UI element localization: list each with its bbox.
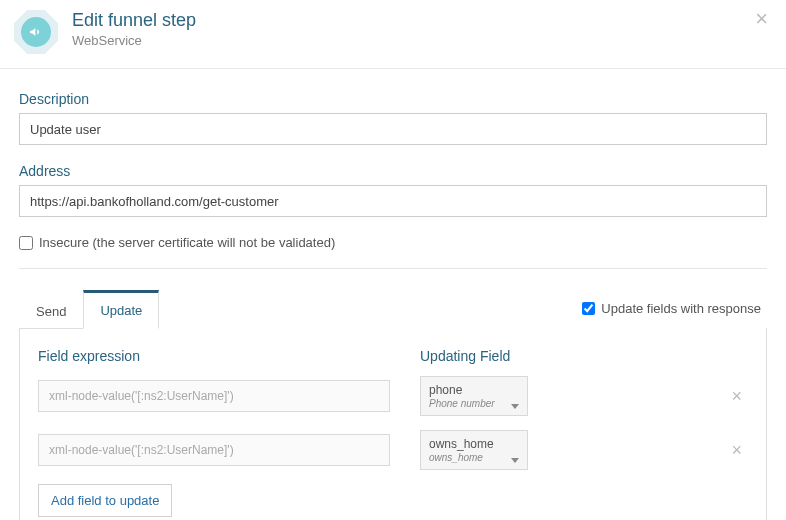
update-response-label: Update fields with response [601, 301, 761, 316]
description-group: Description [19, 91, 767, 145]
field-expression-input[interactable] [38, 434, 390, 466]
header-icon-badge [14, 10, 58, 54]
modal-content: Description Address Insecure (the server… [0, 69, 786, 520]
tabs-row: Send Update Update fields with response [19, 269, 767, 328]
close-icon[interactable]: × [755, 8, 768, 30]
insecure-row: Insecure (the server certificate will no… [19, 235, 767, 250]
add-field-button[interactable]: Add field to update [38, 484, 172, 517]
field-row: phone Phone number × [38, 376, 748, 416]
select-subvalue: Phone number [429, 398, 519, 409]
col-updating-field-header: Updating Field [420, 348, 510, 364]
select-subvalue: owns_home [429, 452, 519, 463]
field-expression-input[interactable] [38, 380, 390, 412]
address-label: Address [19, 163, 767, 179]
col-expression-header: Field expression [38, 348, 420, 364]
update-response-row[interactable]: Update fields with response [582, 301, 761, 316]
update-panel: Field expression Updating Field phone Ph… [19, 328, 767, 520]
columns-header: Field expression Updating Field [38, 348, 748, 364]
address-input[interactable] [19, 185, 767, 217]
address-group: Address [19, 163, 767, 217]
header-titles: Edit funnel step WebService [72, 10, 196, 48]
chevron-down-icon [511, 458, 519, 463]
tabs: Send Update [19, 289, 159, 329]
updating-field-select[interactable]: phone Phone number [420, 376, 528, 416]
field-row: owns_home owns_home × [38, 430, 748, 470]
modal-title: Edit funnel step [72, 10, 196, 31]
modal-subtitle: WebService [72, 33, 196, 48]
insecure-label: Insecure (the server certificate will no… [39, 235, 335, 250]
tab-update[interactable]: Update [83, 290, 159, 329]
chevron-down-icon [511, 404, 519, 409]
update-response-checkbox[interactable] [582, 302, 595, 315]
updating-field-select[interactable]: owns_home owns_home [420, 430, 528, 470]
select-value: owns_home [429, 437, 519, 451]
megaphone-icon [21, 17, 51, 47]
select-value: phone [429, 383, 519, 397]
modal-header: Edit funnel step WebService × [0, 0, 786, 69]
remove-row-icon[interactable]: × [725, 440, 748, 461]
description-label: Description [19, 91, 767, 107]
insecure-checkbox[interactable] [19, 236, 33, 250]
remove-row-icon[interactable]: × [725, 386, 748, 407]
tab-send[interactable]: Send [19, 293, 83, 329]
description-input[interactable] [19, 113, 767, 145]
